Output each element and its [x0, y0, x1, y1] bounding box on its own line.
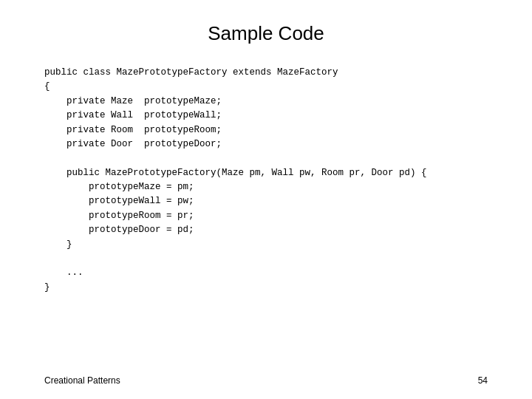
code-line-3: private Maze prototypeMaze;	[44, 96, 222, 106]
slide-title: Sample Code	[44, 22, 488, 45]
code-line-4: private Wall prototypeWall;	[44, 110, 222, 120]
code-line-10: prototypeWall = pw;	[44, 196, 194, 206]
code-line-11: prototypeRoom = pr;	[44, 211, 194, 221]
code-line-5: private Room prototypeRoom;	[44, 125, 222, 135]
code-line-8: public MazePrototypeFactory(Maze pm, Wal…	[44, 168, 427, 178]
footer-page-number: 54	[478, 375, 488, 386]
footer-left-text: Creational Patterns	[44, 375, 120, 386]
slide-footer: Creational Patterns 54	[44, 375, 488, 386]
code-line-12: prototypeDoor = pd;	[44, 225, 194, 235]
code-line-9: prototypeMaze = pm;	[44, 182, 194, 192]
code-line-13: }	[44, 239, 72, 250]
code-line-15: ...	[44, 267, 83, 278]
code-line-16: }	[44, 282, 50, 293]
code-block: public class MazePrototypeFactory extend…	[44, 66, 488, 295]
code-line-2: {	[44, 81, 50, 92]
code-line-1: public class MazePrototypeFactory extend…	[44, 67, 338, 78]
code-line-6: private Door prototypeDoor;	[44, 139, 222, 149]
slide-container: Sample Code public class MazePrototypeFa…	[0, 0, 532, 399]
